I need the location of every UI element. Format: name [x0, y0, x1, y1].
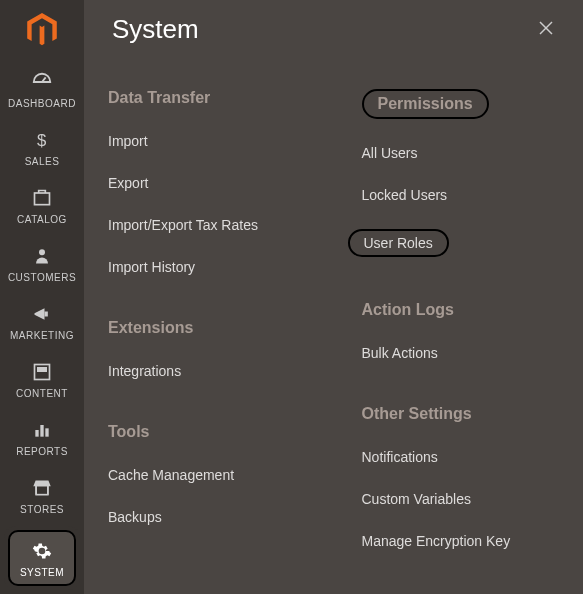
svg-rect-10: [36, 485, 48, 494]
nav-marketing[interactable]: MARKETING: [0, 292, 84, 350]
link-backups[interactable]: Backups: [108, 509, 306, 525]
nav-system[interactable]: SYSTEM: [8, 530, 76, 586]
link-notifications[interactable]: Notifications: [362, 449, 560, 465]
svg-rect-2: [35, 193, 50, 205]
nav-dashboard[interactable]: DASHBOARD: [0, 60, 84, 118]
link-locked-users[interactable]: Locked Users: [362, 187, 560, 203]
reports-icon: [32, 418, 52, 442]
nav-label: CONTENT: [16, 388, 68, 399]
stores-icon: [32, 476, 52, 500]
magento-logo-icon: [27, 13, 57, 47]
system-flyout-panel: System Data Transfer Import Export Impor…: [84, 0, 583, 594]
link-bulk-actions[interactable]: Bulk Actions: [362, 345, 560, 361]
dollar-icon: $: [32, 128, 52, 152]
link-integrations[interactable]: Integrations: [108, 363, 306, 379]
section-data-transfer: Data Transfer: [108, 89, 306, 107]
flyout-col-right: Permissions All Users Locked Users User …: [336, 89, 560, 575]
nav-reports[interactable]: REPORTS: [0, 408, 84, 466]
flyout-columns: Data Transfer Import Export Import/Expor…: [84, 59, 583, 575]
nav-label: STORES: [20, 504, 64, 515]
svg-text:$: $: [37, 130, 46, 149]
nav-label: CUSTOMERS: [8, 272, 76, 283]
section-permissions: Permissions: [362, 89, 489, 119]
link-import[interactable]: Import: [108, 133, 306, 149]
nav-customers[interactable]: CUSTOMERS: [0, 234, 84, 292]
link-user-roles[interactable]: User Roles: [348, 229, 449, 257]
flyout-col-left: Data Transfer Import Export Import/Expor…: [108, 89, 306, 575]
nav-content[interactable]: CONTENT: [0, 350, 84, 408]
nav-catalog[interactable]: CATALOG: [0, 176, 84, 234]
catalog-icon: [32, 186, 52, 210]
section-tools: Tools: [108, 423, 306, 441]
section-action-logs: Action Logs: [362, 301, 560, 319]
close-button[interactable]: [537, 19, 555, 40]
app-root: DASHBOARD $ SALES CATALOG CUSTOMERS MARK…: [0, 0, 583, 594]
flyout-title: System: [112, 14, 199, 45]
svg-rect-9: [45, 428, 48, 436]
link-manage-encryption-key[interactable]: Manage Encryption Key: [362, 533, 560, 549]
link-cache-management[interactable]: Cache Management: [108, 467, 306, 483]
svg-rect-4: [45, 311, 48, 316]
link-export[interactable]: Export: [108, 175, 306, 191]
link-import-export-tax-rates[interactable]: Import/Export Tax Rates: [108, 217, 306, 233]
nav-label: REPORTS: [16, 446, 68, 457]
dashboard-icon: [31, 70, 53, 94]
section-other-settings: Other Settings: [362, 405, 560, 423]
magento-logo[interactable]: [0, 0, 84, 60]
nav-label: CATALOG: [17, 214, 67, 225]
customers-icon: [33, 244, 51, 268]
flyout-header: System: [84, 0, 583, 59]
admin-sidebar: DASHBOARD $ SALES CATALOG CUSTOMERS MARK…: [0, 0, 84, 594]
nav-label: SALES: [25, 156, 60, 167]
nav-stores[interactable]: STORES: [0, 466, 84, 524]
nav-label: MARKETING: [10, 330, 74, 341]
nav-label: DASHBOARD: [8, 98, 76, 109]
link-custom-variables[interactable]: Custom Variables: [362, 491, 560, 507]
svg-point-3: [39, 249, 45, 255]
svg-rect-7: [35, 430, 38, 437]
nav-label: SYSTEM: [20, 567, 64, 578]
svg-rect-6: [38, 367, 46, 370]
megaphone-icon: [32, 302, 52, 326]
nav-sales[interactable]: $ SALES: [0, 118, 84, 176]
content-icon: [32, 360, 52, 384]
svg-rect-8: [40, 425, 43, 437]
link-all-users[interactable]: All Users: [362, 145, 560, 161]
link-import-history[interactable]: Import History: [108, 259, 306, 275]
close-icon: [537, 19, 555, 37]
nav-system-highlight: SYSTEM: [4, 526, 80, 590]
section-extensions: Extensions: [108, 319, 306, 337]
gear-icon: [32, 539, 52, 563]
